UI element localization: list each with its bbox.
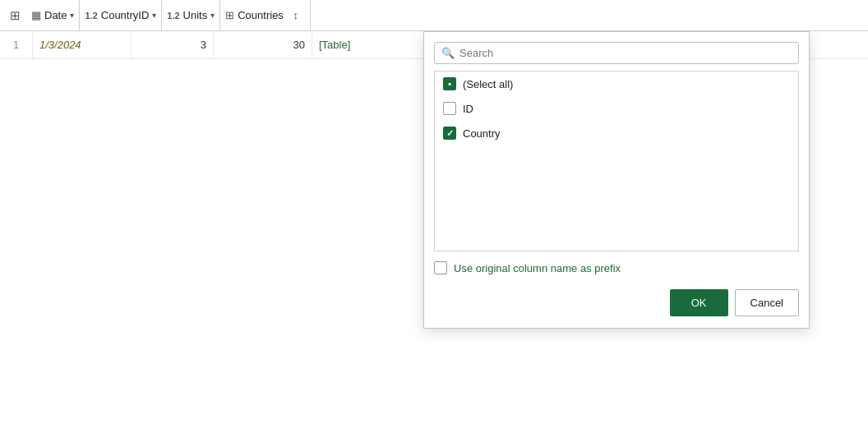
col-header-countries[interactable]: ⊞ Countries ↕ xyxy=(220,0,311,30)
calendar-icon: ▦ xyxy=(31,9,41,21)
action-row: OK Cancel xyxy=(424,283,809,328)
col-header-units[interactable]: 1.2 Units ▾ xyxy=(162,0,220,30)
cell-units: 30 xyxy=(214,31,312,58)
col-date-arrow[interactable]: ▾ xyxy=(70,11,74,20)
cell-date: 1/3/2024 xyxy=(33,31,132,58)
col-date-label: Date xyxy=(44,9,67,21)
checkbox-item-country[interactable]: Country xyxy=(435,121,798,145)
prefix-row: Use original column name as prefix xyxy=(424,251,809,283)
col-countryid-label: CountryID xyxy=(101,9,150,21)
search-box[interactable]: 🔍 xyxy=(434,42,799,64)
expand-dropdown-panel: 🔍 (Select all) ID Country Use xyxy=(423,31,810,329)
units-type-icon: 1.2 xyxy=(167,11,179,21)
checkbox-id-label: ID xyxy=(463,103,473,115)
col-units-arrow[interactable]: ▾ xyxy=(210,11,215,20)
col-units-label: Units xyxy=(183,9,208,21)
expand-icon[interactable]: ↕ xyxy=(287,7,305,25)
checkbox-list: (Select all) ID Country xyxy=(434,71,799,251)
cancel-button[interactable]: Cancel xyxy=(735,289,799,316)
countries-table-icon: ⊞ xyxy=(225,9,234,21)
col-header-countryid[interactable]: 1.2 CountryID ▾ xyxy=(80,0,162,30)
checkbox-select-all[interactable] xyxy=(443,77,456,90)
countryid-type-icon: 1.2 xyxy=(85,11,97,21)
col-countries-label: Countries xyxy=(238,9,284,21)
checkbox-item-select-all[interactable]: (Select all) xyxy=(435,71,798,96)
checkbox-select-all-label: (Select all) xyxy=(463,78,513,90)
search-input[interactable] xyxy=(459,47,792,59)
checkbox-country[interactable] xyxy=(443,127,456,140)
ok-button[interactable]: OK xyxy=(670,289,728,316)
grid-icon[interactable]: ⊞ xyxy=(3,4,26,27)
checkbox-item-id[interactable]: ID xyxy=(435,96,798,121)
cell-countryid: 3 xyxy=(132,31,214,58)
col-header-date[interactable]: ▦ Date ▾ xyxy=(26,0,80,30)
checkbox-id[interactable] xyxy=(443,102,456,115)
col-countryid-arrow[interactable]: ▾ xyxy=(152,11,156,20)
row-number: 1 xyxy=(0,31,33,58)
toolbar: ⊞ ▦ Date ▾ 1.2 CountryID ▾ 1.2 Units ▾ ⊞… xyxy=(0,0,868,31)
checkbox-country-label: Country xyxy=(463,127,501,140)
prefix-label: Use original column name as prefix xyxy=(454,262,621,274)
main-area: 1 1/3/2024 3 30 [Table] 🔍 xyxy=(0,31,868,447)
search-icon: 🔍 xyxy=(441,47,455,59)
checkbox-prefix[interactable] xyxy=(434,261,447,274)
